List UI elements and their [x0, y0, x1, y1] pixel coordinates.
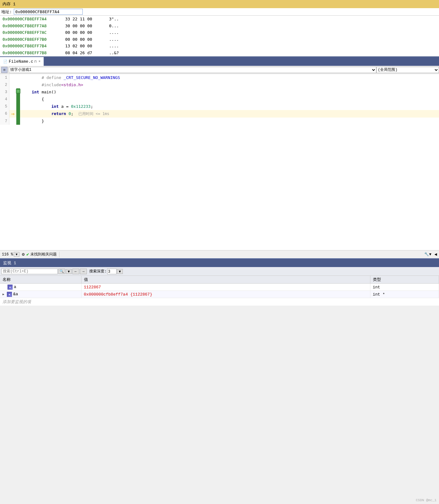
- function-select[interactable]: 猜字小游戏1: [9, 67, 376, 73]
- memory-row-addr: 0x000000CFB8EFF7AC: [3, 29, 65, 36]
- watch-search-button[interactable]: 🔍: [58, 269, 65, 274]
- depth-label: 搜索深度:: [89, 269, 107, 274]
- memory-row: 0x000000CFB8EFF7A830 00 00 000...: [0, 23, 439, 29]
- line-arrow: [9, 81, 16, 88]
- code-text[interactable]: {: [20, 96, 439, 103]
- watch-title-bar: 监视 1: [0, 259, 439, 267]
- memory-row-chars: ....: [109, 36, 119, 43]
- code-text[interactable]: # define _CRT_SECURE_NO_WARNINGS: [20, 74, 439, 81]
- zoom-dropdown-button[interactable]: ▼: [14, 252, 19, 257]
- watch-var-value[interactable]: 0x000000cfb8eff7a4 {1122867}: [81, 291, 370, 298]
- code-line: 1 # define _CRT_SECURE_NO_WARNINGS: [0, 74, 439, 81]
- watch-var-value[interactable]: 1122867: [81, 284, 370, 291]
- memory-row: 0x000000CFB8EFF7B000 00 00 00....: [0, 36, 439, 43]
- memory-row: 0x000000CFB8EFF7AC00 00 00 00....: [0, 29, 439, 36]
- current-line-indicator: ⇒: [11, 110, 15, 117]
- memory-row-addr: 0x000000CFB8EFF7B0: [3, 36, 65, 43]
- expand-icon[interactable]: ▶: [3, 293, 6, 296]
- editor-function-bar: ⊞ 猜字小游戏1 (全局范围): [0, 66, 439, 74]
- line-arrow: [9, 88, 16, 96]
- fold-bar: [16, 110, 20, 118]
- memory-row-addr: 0x000000CFB8EFF7A8: [3, 23, 65, 29]
- memory-title: 内存 1: [0, 0, 439, 8]
- watch-nav-back[interactable]: ←: [72, 269, 79, 274]
- code-text[interactable]: }: [20, 118, 439, 125]
- code-line: 5 int a = 0x112233;: [0, 103, 439, 110]
- memory-panel: 内存 1 地址: 0x000000CFB8EFF7A433 22 11 003"…: [0, 0, 439, 56]
- line-number: 6: [0, 110, 9, 118]
- watch-search-input[interactable]: [1, 269, 58, 274]
- status-bar: 116 % ▼ ⚙ ✔ 未找到相关问题 🔧▼ ◄: [0, 250, 439, 258]
- memory-row-bytes: 30 00 00 00: [65, 23, 109, 29]
- memory-row: 0x000000CFB8EFF7B808 04 26 d7..&?: [0, 50, 439, 56]
- line-arrow: [9, 118, 16, 125]
- tools-icon[interactable]: 🔧▼: [424, 252, 431, 257]
- gear-icon[interactable]: ⚙: [22, 252, 24, 257]
- memory-row: 0x000000CFB8EFF7B413 02 00 00....: [0, 43, 439, 50]
- line-number: 3: [0, 88, 9, 96]
- watch-var-name[interactable]: ◈a: [0, 284, 81, 291]
- watch-depth-dropdown[interactable]: ▼: [117, 269, 123, 274]
- memory-address-label: 地址:: [1, 9, 12, 15]
- memory-rows: 0x000000CFB8EFF7A433 22 11 003"..0x00000…: [0, 16, 439, 56]
- memory-row-bytes: 00 00 00 00: [65, 29, 109, 36]
- line-number: 5: [0, 103, 9, 110]
- col-type: 类型: [370, 276, 439, 284]
- var-name-text: a: [14, 285, 16, 289]
- line-number: 7: [0, 118, 9, 125]
- fold-bar: [16, 96, 20, 103]
- issues-text: 未找到相关问题: [30, 252, 57, 257]
- watch-nav-forward[interactable]: →: [80, 269, 87, 274]
- memory-row-bytes: 08 04 26 d7: [65, 50, 109, 56]
- status-divider: [59, 252, 60, 257]
- function-icon: ⊞: [1, 67, 8, 73]
- editor-tab-label: FileName.c: [9, 59, 33, 64]
- var-icon: ◈: [8, 285, 13, 290]
- memory-row: 0x000000CFB8EFF7A433 22 11 003"..: [0, 16, 439, 23]
- memory-row-chars: ....: [109, 29, 119, 36]
- code-line: 2 #include<stdio.h>: [0, 81, 439, 88]
- fold-bar: [16, 81, 20, 88]
- editor-empty-space: [0, 125, 439, 250]
- memory-row-chars: 3"..: [109, 16, 119, 22]
- memory-row-addr: 0x000000CFB8EFF7A4: [3, 16, 65, 22]
- memory-row-bytes: 33 22 11 00: [65, 16, 109, 22]
- code-text[interactable]: #include<stdio.h>: [20, 81, 439, 88]
- watch-var-name[interactable]: ▶ ◈&a: [0, 291, 81, 298]
- col-value: 值: [81, 276, 370, 284]
- pin-icon[interactable]: ⊓: [34, 60, 37, 64]
- line-number: 1: [0, 74, 9, 81]
- memory-address-input[interactable]: [14, 9, 83, 15]
- watch-var-type: int *: [370, 291, 439, 298]
- status-tools: 🔧▼ ◄: [424, 252, 437, 257]
- watermark: CSDN @mc_1: [416, 498, 436, 502]
- var-icon: ◈: [7, 292, 12, 297]
- close-tab-icon[interactable]: ×: [39, 60, 41, 63]
- code-line: 3− int main(): [0, 88, 439, 96]
- editor-panel: 📄 FileName.c ⊓ × ⊞ 猜字小游戏1 (全局范围) 1 # def…: [0, 56, 439, 250]
- editor-tab-active[interactable]: 📄 FileName.c ⊓ ×: [0, 57, 44, 66]
- fold-marker[interactable]: −: [16, 89, 20, 93]
- code-line: 6⇒ return 0; 已用时间 <= 1ms: [0, 110, 439, 118]
- line-arrow: [9, 103, 16, 110]
- fold-bar: −: [16, 88, 20, 96]
- scope-select[interactable]: (全局范围): [376, 67, 439, 73]
- watch-add-item[interactable]: 添加要监视的项: [0, 298, 439, 306]
- col-name: 名称: [0, 276, 81, 284]
- memory-row-bytes: 00 00 00 00: [65, 36, 109, 43]
- watch-depth-input[interactable]: [107, 269, 117, 274]
- check-icon: ✔: [26, 252, 29, 257]
- editor-content: 1 # define _CRT_SECURE_NO_WARNINGS2 #inc…: [0, 74, 439, 125]
- watch-search-dropdown[interactable]: ▼: [66, 269, 72, 274]
- code-line: 7 }: [0, 118, 439, 125]
- watch-var-type: int: [370, 284, 439, 291]
- editor-tabs-bar: 📄 FileName.c ⊓ ×: [0, 57, 439, 66]
- scroll-left-icon[interactable]: ◄: [435, 252, 437, 257]
- code-text[interactable]: int main(): [20, 88, 439, 96]
- line-arrow: ⇒: [9, 110, 16, 118]
- code-text[interactable]: int a = 0x112233;: [20, 103, 439, 110]
- var-name-text: &a: [13, 292, 18, 297]
- fold-bar: [16, 118, 20, 125]
- memory-address-bar: 地址:: [0, 8, 439, 16]
- code-text[interactable]: return 0; 已用时间 <= 1ms: [20, 110, 439, 118]
